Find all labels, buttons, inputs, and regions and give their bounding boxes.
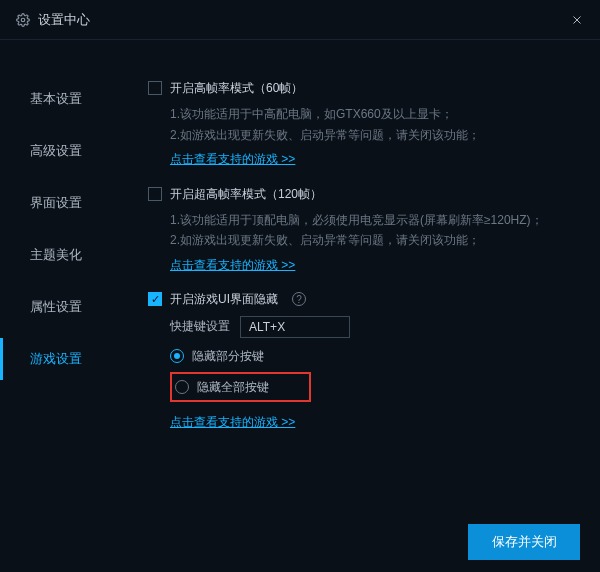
header: 设置中心 (0, 0, 600, 40)
sidebar-item-theme[interactable]: 主题美化 (0, 234, 120, 276)
window-title: 设置中心 (38, 11, 90, 29)
content: 开启高帧率模式（60帧） 1.该功能适用于中高配电脑，如GTX660及以上显卡；… (120, 40, 600, 512)
shortcut-label: 快捷键设置 (170, 316, 230, 336)
label-high-fps: 开启高帧率模式（60帧） (170, 78, 303, 98)
section-ultra-fps: 开启超高帧率模式（120帧） 1.该功能适用于顶配电脑，必须使用电竞显示器(屏幕… (148, 184, 580, 276)
sidebar-item-game[interactable]: 游戏设置 (0, 338, 120, 380)
sidebar-item-basic[interactable]: 基本设置 (0, 78, 120, 120)
body: 基本设置 高级设置 界面设置 主题美化 属性设置 游戏设置 开启高帧率模式（60… (0, 40, 600, 512)
gear-icon (16, 13, 30, 27)
highlight-box: 隐藏全部按键 (170, 372, 311, 402)
sidebar-item-property[interactable]: 属性设置 (0, 286, 120, 328)
sidebar-item-advanced[interactable]: 高级设置 (0, 130, 120, 172)
sidebar-item-ui[interactable]: 界面设置 (0, 182, 120, 224)
checkbox-ultra-fps[interactable] (148, 187, 162, 201)
radio-hide-all[interactable] (175, 380, 189, 394)
ultra-fps-desc1: 1.该功能适用于顶配电脑，必须使用电竞显示器(屏幕刷新率≥120HZ)； (170, 210, 580, 230)
shortcut-input[interactable] (240, 316, 350, 338)
radio-label-all: 隐藏全部按键 (197, 377, 269, 397)
save-button[interactable]: 保存并关闭 (468, 524, 580, 560)
radio-hide-partial[interactable] (170, 349, 184, 363)
checkbox-hide-ui[interactable] (148, 292, 162, 306)
footer: 保存并关闭 (0, 512, 600, 572)
hide-ui-link[interactable]: 点击查看支持的游戏 >> (170, 412, 295, 432)
close-icon[interactable] (570, 13, 584, 27)
header-left: 设置中心 (16, 11, 90, 29)
ultra-fps-desc2: 2.如游戏出现更新失败、启动异常等问题，请关闭该功能； (170, 230, 580, 250)
section-hide-ui: 开启游戏UI界面隐藏 ? 快捷键设置 隐藏部分按键 隐藏全部按键 点击 (148, 289, 580, 433)
label-hide-ui: 开启游戏UI界面隐藏 (170, 289, 278, 309)
section-high-fps: 开启高帧率模式（60帧） 1.该功能适用于中高配电脑，如GTX660及以上显卡；… (148, 78, 580, 170)
ultra-fps-link[interactable]: 点击查看支持的游戏 >> (170, 255, 295, 275)
high-fps-desc1: 1.该功能适用于中高配电脑，如GTX660及以上显卡； (170, 104, 580, 124)
label-ultra-fps: 开启超高帧率模式（120帧） (170, 184, 322, 204)
sidebar: 基本设置 高级设置 界面设置 主题美化 属性设置 游戏设置 (0, 40, 120, 512)
high-fps-desc2: 2.如游戏出现更新失败、启动异常等问题，请关闭该功能； (170, 125, 580, 145)
radio-label-partial: 隐藏部分按键 (192, 346, 264, 366)
radio-row-partial[interactable]: 隐藏部分按键 (170, 346, 580, 366)
checkbox-high-fps[interactable] (148, 81, 162, 95)
high-fps-link[interactable]: 点击查看支持的游戏 >> (170, 149, 295, 169)
svg-point-0 (21, 18, 25, 22)
help-icon[interactable]: ? (292, 292, 306, 306)
